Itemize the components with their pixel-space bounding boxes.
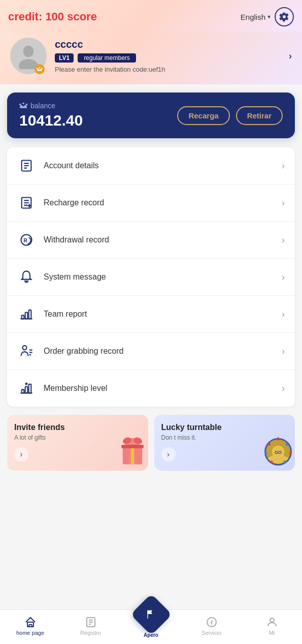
- menu-item-order-grabbing[interactable]: Order grabbing record ›: [7, 333, 295, 370]
- menu-item-account-details[interactable]: Account details ›: [7, 147, 295, 185]
- withdrawal-icon: R: [19, 233, 33, 247]
- svg-point-5: [42, 68, 43, 69]
- promo-invite-card[interactable]: Invite friends A lot of gifts ›: [7, 415, 148, 471]
- svg-point-50: [289, 452, 292, 454]
- menu-label-order-grabbing: Order grabbing record: [44, 347, 274, 356]
- nav-home-label: home page: [16, 630, 44, 636]
- nav-apero-label: Apero: [144, 632, 158, 638]
- recharge-record-icon: [17, 194, 36, 212]
- chevron-down-icon: ▾: [267, 13, 271, 20]
- order-grabbing-icon: [17, 342, 36, 360]
- chevron-right-icon: ›: [282, 198, 285, 208]
- nav-mi-label: Mi: [269, 630, 275, 636]
- home-icon: [24, 616, 37, 628]
- balance-label: balance: [19, 102, 83, 110]
- member-badge: regular members: [78, 53, 136, 63]
- settings-button[interactable]: [275, 7, 294, 26]
- svg-text:GO: GO: [275, 450, 282, 455]
- promo-invite-arrow-button[interactable]: ›: [14, 447, 28, 462]
- svg-rect-25: [25, 313, 28, 319]
- bell-icon: [19, 270, 33, 284]
- chevron-right-icon: ›: [282, 272, 285, 283]
- chevron-right-icon: ›: [282, 309, 285, 320]
- bar-chart-icon: [19, 307, 33, 321]
- credit-value: 100 score: [45, 10, 97, 23]
- svg-rect-34: [29, 384, 31, 393]
- crown-small-icon: [19, 102, 27, 109]
- profile-username: ccccc: [55, 39, 281, 50]
- svg-rect-61: [147, 610, 148, 619]
- account-details-icon: [17, 157, 36, 175]
- promo-invite-title: Invite friends: [14, 423, 141, 432]
- credit-label: credit:: [8, 10, 42, 23]
- balance-label-text: balance: [30, 102, 55, 110]
- mi-icon: [266, 616, 278, 628]
- servicio-icon: [206, 616, 218, 628]
- svg-rect-33: [25, 387, 28, 393]
- lucky-wheel-image: GO: [260, 433, 295, 469]
- registro-icon: [85, 616, 97, 628]
- nav-mi[interactable]: Mi: [242, 616, 302, 636]
- invite-code-text: Please enter the invitation code:uef1h: [55, 66, 281, 73]
- menu-label-account-details: Account details: [44, 161, 274, 170]
- svg-point-28: [22, 346, 26, 350]
- crown-icon: [37, 67, 43, 72]
- language-selector[interactable]: English ▾: [241, 13, 271, 21]
- menu-list: Account details › Recharge record › R Wi…: [7, 147, 295, 407]
- promo-lucky-card[interactable]: Lucky turntable Don t miss it. › GO: [154, 415, 295, 471]
- language-label: English: [241, 13, 265, 21]
- menu-label-recharge-record: Recharge record: [44, 198, 274, 207]
- header-right: English ▾: [241, 7, 294, 26]
- recharge-button[interactable]: Recarga: [177, 106, 229, 125]
- svg-point-8: [22, 103, 24, 105]
- menu-item-system-message[interactable]: System message ›: [7, 259, 295, 296]
- svg-text:R: R: [23, 237, 27, 243]
- svg-point-52: [270, 461, 273, 463]
- svg-marker-6: [20, 105, 27, 108]
- svg-rect-43: [121, 445, 144, 448]
- avatar-wrap: [10, 38, 47, 74]
- nav-registro[interactable]: Registro: [60, 616, 121, 636]
- svg-point-54: [268, 443, 271, 445]
- balance-actions: Recarga Retirar: [177, 106, 283, 125]
- menu-item-recharge-record[interactable]: Recharge record ›: [7, 185, 295, 222]
- menu-label-system-message: System message: [44, 272, 274, 282]
- nav-registro-label: Registro: [80, 630, 101, 636]
- svg-rect-42: [130, 447, 134, 464]
- profile-info: ccccc LV1 regular members Please enter t…: [55, 39, 281, 73]
- svg-point-49: [286, 443, 288, 445]
- bottom-nav: home page Registro Apero Servicio: [0, 609, 302, 644]
- balance-amount: 10412.40: [19, 112, 83, 129]
- nav-home[interactable]: home page: [0, 616, 60, 636]
- nav-servicio-label: Servicio: [202, 630, 221, 636]
- team-report-icon: [17, 305, 36, 323]
- promo-lucky-arrow-button[interactable]: ›: [161, 447, 176, 462]
- svg-marker-36: [25, 382, 28, 385]
- menu-item-team-report[interactable]: Team report ›: [7, 296, 295, 333]
- system-message-icon: [17, 268, 36, 286]
- withdrawal-record-icon: R: [17, 231, 36, 249]
- promo-row: Invite friends A lot of gifts › Lucky tu…: [7, 415, 295, 471]
- chevron-right-icon: ›: [282, 161, 285, 171]
- nav-apero[interactable]: Apero: [121, 600, 181, 638]
- profile-badges: LV1 regular members: [55, 53, 281, 63]
- level-badge: LV1: [55, 53, 74, 63]
- svg-point-63: [211, 625, 212, 626]
- withdraw-button[interactable]: Retirar: [236, 106, 283, 125]
- promo-lucky-title: Lucky turntable: [161, 423, 288, 432]
- gift-box-image: [115, 433, 148, 471]
- svg-point-51: [284, 461, 286, 463]
- crown-badge: [35, 64, 45, 74]
- menu-item-withdrawal-record[interactable]: R Withdrawal record ›: [7, 222, 295, 259]
- balance-info: balance 10412.40: [19, 102, 83, 129]
- menu-item-membership-level[interactable]: Membership level ›: [7, 370, 295, 407]
- menu-label-membership-level: Membership level: [44, 384, 274, 393]
- svg-rect-26: [29, 310, 31, 319]
- svg-point-64: [270, 618, 274, 622]
- apero-button[interactable]: [130, 594, 172, 635]
- profile-arrow-icon[interactable]: ›: [289, 51, 292, 62]
- svg-rect-24: [22, 315, 24, 319]
- chevron-right-icon: ›: [282, 235, 285, 246]
- document-list-icon: [19, 159, 33, 173]
- nav-servicio[interactable]: Servicio: [181, 616, 242, 636]
